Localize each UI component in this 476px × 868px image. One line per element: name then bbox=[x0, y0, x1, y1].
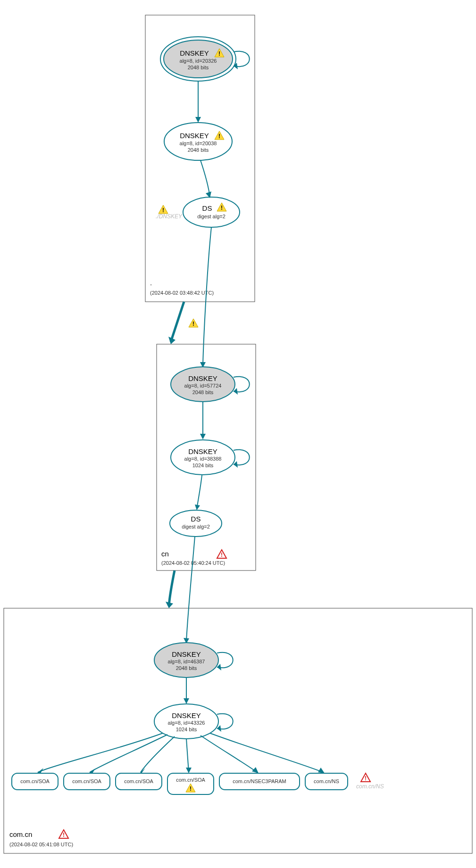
node-root-ds-title: DS bbox=[202, 204, 212, 212]
node-comcn-ksk: DNSKEY alg=8, id=46387 2048 bits bbox=[154, 643, 218, 678]
leaf-nsec3param: com.cn/NSEC3PARAM bbox=[219, 773, 300, 790]
svg-marker-25 bbox=[195, 504, 200, 510]
node-cn-zsk-sub2: 1024 bits bbox=[192, 463, 214, 468]
svg-text:!: ! bbox=[190, 785, 192, 792]
leaf-soa-2: com.cn/SOA bbox=[64, 773, 110, 790]
node-root-zsk-sub2: 2048 bits bbox=[188, 147, 209, 153]
node-cn-zsk-title: DNSKEY bbox=[188, 447, 217, 455]
svg-text:!: ! bbox=[162, 207, 164, 214]
svg-text:com.cn/SOA: com.cn/SOA bbox=[176, 777, 205, 783]
svg-text:com.cn/NSEC3PARAM: com.cn/NSEC3PARAM bbox=[233, 778, 286, 784]
leaf-soa-1: com.cn/SOA bbox=[12, 773, 58, 790]
node-cn-ksk-title: DNSKEY bbox=[188, 374, 217, 382]
svg-text:!: ! bbox=[63, 832, 65, 838]
svg-text:./DNSKEY: ./DNSKEY bbox=[156, 213, 183, 220]
warning-icon: ! bbox=[189, 319, 198, 327]
warning-icon: ! bbox=[159, 205, 168, 214]
zone-comcn-timestamp: (2024-08-02 05:41:08 UTC) bbox=[9, 842, 73, 847]
svg-marker-52 bbox=[186, 768, 192, 773]
node-comcn-ksk-sub1: alg=8, id=46387 bbox=[168, 659, 205, 664]
svg-text:DS: DS bbox=[202, 204, 212, 212]
zone-cn-timestamp: (2024-08-02 05:40:24 UTC) bbox=[161, 560, 225, 566]
error-icon: ! bbox=[361, 773, 370, 782]
zone-comcn-box bbox=[4, 608, 472, 853]
node-cn-ksk: DNSKEY alg=8, id=57724 2048 bits bbox=[171, 367, 235, 402]
node-root-ksk: DNSKEY alg=8, id=20326 2048 bits bbox=[160, 37, 236, 81]
svg-marker-13 bbox=[195, 117, 201, 123]
leaf-soa-3: com.cn/SOA bbox=[116, 773, 162, 790]
node-cn-ksk-sub1: alg=8, id=57724 bbox=[184, 383, 222, 389]
zone-comcn-label: com.cn bbox=[9, 830, 32, 838]
node-cn-zsk: DNSKEY alg=8, id=38388 1024 bits bbox=[171, 440, 235, 475]
ghost-root-dnskey: ./DNSKEY bbox=[156, 213, 183, 220]
svg-text:DNSKEY: DNSKEY bbox=[180, 49, 209, 57]
error-icon: ! bbox=[59, 830, 68, 838]
zone-root-timestamp: (2024-08-02 03:48:42 UTC) bbox=[150, 290, 214, 296]
node-cn-ds-title: DS bbox=[191, 515, 201, 523]
svg-text:com.cn/NS: com.cn/NS bbox=[314, 778, 339, 784]
node-comcn-ksk-title: DNSKEY bbox=[172, 650, 201, 658]
node-comcn-zsk-title: DNSKEY bbox=[172, 711, 201, 719]
svg-marker-24 bbox=[200, 434, 206, 439]
node-comcn-zsk-sub1: alg=8, id=43326 bbox=[168, 720, 205, 726]
node-cn-ds-sub1: digest alg=2 bbox=[182, 524, 210, 529]
svg-point-22 bbox=[170, 510, 222, 537]
leaf-ns: com.cn/NS bbox=[305, 773, 348, 790]
svg-text:!: ! bbox=[192, 321, 194, 327]
svg-marker-26 bbox=[166, 602, 173, 608]
node-root-ds-sub1: digest alg=2 bbox=[197, 214, 225, 219]
node-root-ksk-title: DNSKEY bbox=[180, 49, 209, 57]
svg-text:!: ! bbox=[218, 50, 220, 57]
svg-marker-51 bbox=[140, 768, 145, 773]
node-cn-ds: DS digest alg=2 bbox=[170, 510, 222, 537]
node-root-ds: DS digest alg=2 bbox=[183, 197, 240, 227]
svg-text:!: ! bbox=[218, 133, 220, 140]
svg-marker-53 bbox=[252, 767, 259, 773]
node-cn-ksk-sub2: 2048 bits bbox=[192, 389, 214, 395]
svg-text:com.cn/NS: com.cn/NS bbox=[356, 783, 384, 790]
svg-text:DNSKEY: DNSKEY bbox=[180, 132, 209, 140]
ghost-ns: com.cn/NS bbox=[356, 783, 384, 790]
svg-text:!: ! bbox=[221, 205, 223, 211]
zone-cn-label: cn bbox=[161, 550, 169, 558]
svg-point-8 bbox=[183, 197, 240, 227]
svg-text:!: ! bbox=[365, 775, 367, 782]
node-root-zsk: DNSKEY alg=8, id=20038 2048 bits bbox=[164, 123, 232, 160]
node-cn-zsk-sub1: alg=8, id=38388 bbox=[184, 456, 222, 462]
node-root-zsk-title: DNSKEY bbox=[180, 132, 209, 140]
svg-text:!: ! bbox=[221, 552, 223, 558]
zone-root-label: . bbox=[150, 279, 152, 287]
svg-text:com.cn/SOA: com.cn/SOA bbox=[124, 778, 153, 784]
svg-text:com.cn/SOA: com.cn/SOA bbox=[20, 778, 50, 784]
node-root-zsk-sub1: alg=8, id=20038 bbox=[180, 141, 217, 146]
node-comcn-zsk-sub2: 1024 bits bbox=[176, 727, 197, 732]
svg-text:com.cn/SOA: com.cn/SOA bbox=[72, 778, 101, 784]
node-root-ksk-sub2: 2048 bits bbox=[188, 65, 209, 70]
svg-marker-32 bbox=[184, 698, 189, 704]
error-icon: ! bbox=[217, 550, 226, 558]
node-root-ksk-sub1: alg=8, id=20326 bbox=[180, 58, 217, 64]
node-comcn-zsk: DNSKEY alg=8, id=43326 1024 bits bbox=[154, 704, 218, 739]
node-comcn-ksk-sub2: 2048 bits bbox=[176, 665, 197, 671]
